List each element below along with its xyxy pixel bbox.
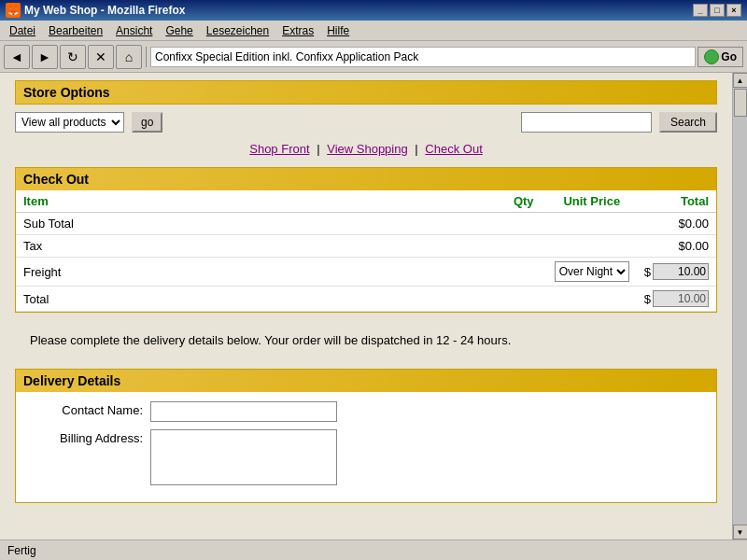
freight-price-wrapper: $	[644, 263, 709, 280]
scrollbar: ▲ ▼	[732, 73, 747, 539]
scroll-up-button[interactable]: ▲	[733, 73, 748, 88]
menu-ansicht[interactable]: Ansicht	[110, 22, 158, 39]
col-qty: Qty	[500, 190, 547, 213]
subtotal-total: $0.00	[637, 213, 716, 235]
home-button[interactable]: ⌂	[116, 45, 142, 69]
window-title: My Web Shop - Mozilla Firefox	[24, 4, 185, 17]
scroll-down-button[interactable]: ▼	[733, 525, 748, 539]
scroll-thumb[interactable]	[734, 89, 747, 117]
close-button[interactable]: ×	[726, 4, 741, 17]
total-value-cell: $	[637, 287, 716, 312]
view-shopping-link[interactable]: View Shopping	[327, 142, 408, 156]
menu-hilfe[interactable]: Hilfe	[321, 22, 355, 39]
go-label: Go	[721, 50, 737, 63]
status-text: Fertig	[7, 544, 36, 557]
total-qty	[500, 287, 547, 312]
tax-unit-price	[547, 235, 637, 258]
products-dropdown[interactable]: View all products	[15, 112, 124, 133]
table-row: Total $	[16, 287, 716, 312]
products-select-wrapper: View all products	[15, 112, 124, 133]
table-row: Freight Over Night Standard Express $	[16, 258, 716, 287]
toolbar: ◄ ► ↻ ✕ ⌂ Go	[0, 41, 747, 73]
checkout-section: Check Out Item Qty Unit Price Total Sub …	[15, 167, 717, 313]
billing-address-label: Billing Address:	[31, 429, 143, 445]
menu-bearbeiten[interactable]: Bearbeiten	[43, 22, 108, 39]
check-out-link[interactable]: Check Out	[425, 142, 482, 156]
tax-qty	[500, 235, 547, 258]
billing-address-row: Billing Address:	[31, 429, 701, 485]
delivery-form: Contact Name: Billing Address:	[16, 392, 716, 502]
address-bar: Go	[150, 47, 743, 67]
freight-dropdown[interactable]: Over Night Standard Express	[555, 261, 629, 282]
freight-value-input[interactable]	[653, 263, 709, 280]
home-icon: ⌂	[125, 49, 133, 64]
stop-icon: ✕	[95, 49, 106, 64]
go-circle-icon	[704, 49, 719, 64]
search-input[interactable]	[521, 112, 652, 133]
freight-price-cell: $	[637, 258, 716, 287]
titlebar-left: 🦊 My Web Shop - Mozilla Firefox	[6, 3, 185, 18]
menu-extras[interactable]: Extras	[276, 22, 319, 39]
delivery-section: Delivery Details Contact Name: Billing A…	[15, 369, 717, 503]
subtotal-label: Sub Total	[16, 213, 500, 235]
contact-name-row: Contact Name:	[31, 401, 701, 422]
refresh-icon: ↻	[67, 49, 78, 64]
nav-links: Shop Front | View Shopping | Check Out	[15, 142, 717, 156]
delivery-header: Delivery Details	[16, 370, 716, 392]
subtotal-qty	[500, 213, 547, 235]
go-button[interactable]: Go	[698, 47, 743, 67]
billing-address-textarea[interactable]	[150, 429, 337, 485]
table-row: Tax $0.00	[16, 235, 716, 258]
shop-front-link[interactable]: Shop Front	[249, 142, 309, 156]
menu-gehe[interactable]: Gehe	[160, 22, 198, 39]
titlebar-buttons: _ □ ×	[693, 4, 741, 17]
store-options-header: Store Options	[15, 80, 717, 105]
page-area: Store Options View all products go Searc…	[0, 73, 732, 539]
scroll-track	[733, 88, 748, 525]
menu-lesezeichen[interactable]: Lesezeichen	[201, 22, 275, 39]
statusbar: Fertig	[0, 539, 747, 560]
search-button[interactable]: Search	[659, 112, 717, 133]
contact-name-input[interactable]	[150, 401, 337, 422]
minimize-button[interactable]: _	[693, 4, 708, 17]
back-icon: ◄	[10, 49, 23, 64]
browser-icon: 🦊	[6, 3, 21, 18]
col-unit-price: Unit Price	[547, 190, 637, 213]
tax-total: $0.00	[637, 235, 716, 258]
total-price-wrapper: $	[644, 290, 709, 307]
checkout-table-header-row: Item Qty Unit Price Total	[16, 190, 716, 213]
checkout-table: Item Qty Unit Price Total Sub Total $0.0…	[16, 190, 716, 312]
checkout-header: Check Out	[16, 168, 716, 190]
go-small-button[interactable]: go	[132, 112, 162, 133]
col-item: Item	[16, 190, 500, 213]
stop-button[interactable]: ✕	[88, 45, 114, 69]
subtotal-unit-price	[547, 213, 637, 235]
titlebar: 🦊 My Web Shop - Mozilla Firefox _ □ ×	[0, 0, 747, 21]
browser-content: Store Options View all products go Searc…	[0, 73, 747, 539]
col-total: Total	[637, 190, 716, 213]
table-row: Sub Total $0.00	[16, 213, 716, 235]
store-options-toolbar: View all products go Search	[15, 112, 717, 133]
maximize-button[interactable]: □	[710, 4, 725, 17]
forward-button[interactable]: ►	[32, 45, 58, 69]
menu-datei[interactable]: Datei	[4, 22, 41, 39]
nav-separator-2: |	[415, 142, 417, 156]
menubar: Datei Bearbeiten Ansicht Gehe Lesezeiche…	[0, 21, 747, 41]
total-value-input[interactable]	[653, 290, 709, 307]
nav-separator-1: |	[317, 142, 319, 156]
freight-qty	[500, 258, 547, 287]
freight-label: Freight	[16, 258, 500, 287]
total-dollar-sign: $	[644, 292, 651, 306]
address-input[interactable]	[150, 47, 696, 67]
delivery-notice-text: Please complete the delivery details bel…	[15, 324, 717, 357]
freight-select-cell: Over Night Standard Express	[547, 258, 637, 287]
refresh-button[interactable]: ↻	[60, 45, 86, 69]
tax-label: Tax	[16, 235, 500, 258]
freight-dollar-sign: $	[644, 265, 651, 279]
contact-name-label: Contact Name:	[31, 401, 143, 417]
toolbar-separator	[146, 47, 147, 67]
total-unit-price	[547, 287, 637, 312]
back-button[interactable]: ◄	[4, 45, 30, 69]
total-label: Total	[16, 287, 500, 312]
forward-icon: ►	[38, 49, 51, 64]
